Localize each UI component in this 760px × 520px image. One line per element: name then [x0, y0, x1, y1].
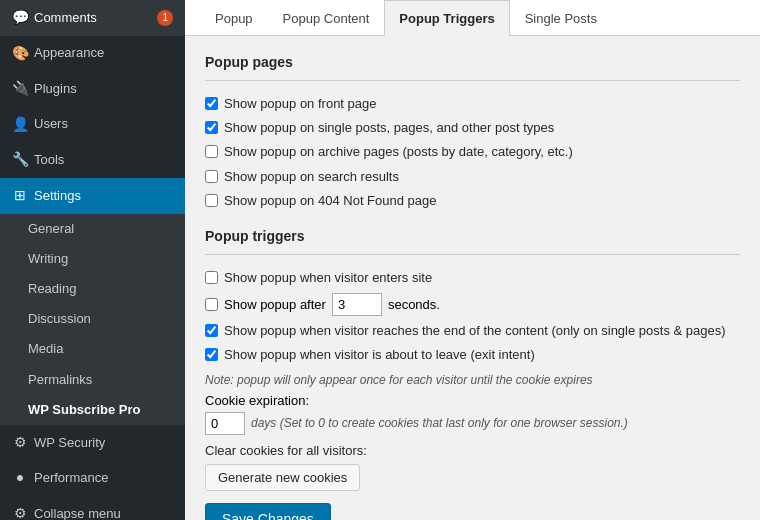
- checkbox-404-page[interactable]: [205, 194, 218, 207]
- cookie-note: Note: popup will only appear once for ea…: [205, 373, 740, 387]
- sidebar-label-users: Users: [34, 115, 68, 133]
- label-search-results[interactable]: Show popup on search results: [224, 168, 399, 186]
- popup-triggers-section: Popup triggers Show popup when visitor e…: [205, 228, 740, 520]
- checkbox-search-results[interactable]: [205, 170, 218, 183]
- submenu-label-reading: Reading: [28, 280, 76, 298]
- option-end-of-content: Show popup when visitor reaches the end …: [205, 322, 740, 340]
- popup-triggers-title: Popup triggers: [205, 228, 740, 244]
- cookie-expiration-label: Cookie expiration:: [205, 393, 309, 408]
- clear-cookies-label: Clear cookies for all visitors:: [205, 443, 740, 458]
- label-end-of-content[interactable]: Show popup when visitor reaches the end …: [224, 322, 726, 340]
- popup-pages-section: Popup pages Show popup on front page Sho…: [205, 54, 740, 210]
- tab-content: Popup pages Show popup on front page Sho…: [185, 36, 760, 520]
- submenu-label-general: General: [28, 220, 74, 238]
- sidebar-item-settings[interactable]: ⊞ Settings: [0, 178, 185, 214]
- option-404-page: Show popup on 404 Not Found page: [205, 192, 740, 210]
- sidebar-item-general[interactable]: General: [0, 214, 185, 244]
- sidebar-item-collapse[interactable]: ⚙ Collapse menu: [0, 496, 185, 520]
- save-changes-button[interactable]: Save Changes: [205, 503, 331, 521]
- sidebar-item-appearance[interactable]: 🎨 Appearance: [0, 36, 185, 72]
- cookie-value-input[interactable]: [205, 412, 245, 435]
- tabs-bar: Popup Popup Content Popup Triggers Singl…: [185, 0, 760, 36]
- sidebar-label-comments: Comments: [34, 9, 97, 27]
- sidebar-item-media[interactable]: Media: [0, 334, 185, 364]
- checkbox-archive-pages[interactable]: [205, 145, 218, 158]
- settings-submenu: General Writing Reading Discussion Media…: [0, 214, 185, 425]
- sidebar-label-collapse: Collapse menu: [34, 505, 121, 520]
- sidebar-item-tools[interactable]: 🔧 Tools: [0, 142, 185, 178]
- sidebar-item-plugins[interactable]: 🔌 Plugins: [0, 71, 185, 107]
- checkbox-visitor-enters[interactable]: [205, 271, 218, 284]
- tab-popup-triggers[interactable]: Popup Triggers: [384, 0, 509, 36]
- submenu-label-writing: Writing: [28, 250, 68, 268]
- popup-pages-title: Popup pages: [205, 54, 740, 70]
- submenu-label-permalinks: Permalinks: [28, 371, 92, 389]
- settings-icon: ⊞: [12, 186, 28, 206]
- plugins-icon: 🔌: [12, 79, 28, 99]
- sidebar-label-performance: Performance: [34, 469, 108, 487]
- checkbox-exit-intent[interactable]: [205, 348, 218, 361]
- option-front-page: Show popup on front page: [205, 95, 740, 113]
- checkbox-popup-after[interactable]: [205, 298, 218, 311]
- main-content: Popup Popup Content Popup Triggers Singl…: [185, 0, 760, 520]
- tab-popup-content[interactable]: Popup Content: [268, 0, 385, 36]
- submenu-label-media: Media: [28, 340, 63, 358]
- option-archive-pages: Show popup on archive pages (posts by da…: [205, 143, 740, 161]
- option-search-results: Show popup on search results: [205, 168, 740, 186]
- label-single-posts[interactable]: Show popup on single posts, pages, and o…: [224, 119, 554, 137]
- tools-icon: 🔧: [12, 150, 28, 170]
- sidebar-item-performance[interactable]: ● Performance: [0, 460, 185, 496]
- tab-single-posts[interactable]: Single Posts: [510, 0, 612, 36]
- label-popup-after-after: seconds.: [388, 297, 440, 312]
- submenu-label-discussion: Discussion: [28, 310, 91, 328]
- option-popup-after: Show popup after seconds.: [205, 293, 740, 316]
- cookie-value-row: days (Set to 0 to create cookies that la…: [205, 412, 740, 435]
- sidebar-item-wp-subscribe-pro[interactable]: WP Subscribe Pro: [0, 395, 185, 425]
- comments-badge: 1: [157, 10, 173, 26]
- checkbox-end-of-content[interactable]: [205, 324, 218, 337]
- sidebar-label-settings: Settings: [34, 187, 81, 205]
- sidebar-item-discussion[interactable]: Discussion: [0, 304, 185, 334]
- label-exit-intent[interactable]: Show popup when visitor is about to leav…: [224, 346, 535, 364]
- cookie-days-note: days (Set to 0 to create cookies that la…: [251, 416, 628, 430]
- sidebar-item-comments[interactable]: 💬 Comments 1: [0, 0, 185, 36]
- option-exit-intent: Show popup when visitor is about to leav…: [205, 346, 740, 364]
- sidebar-item-users[interactable]: 👤 Users: [0, 107, 185, 143]
- sidebar: 💬 Comments 1 🎨 Appearance 🔌 Plugins 👤 Us…: [0, 0, 185, 520]
- cookie-expiration-row: Cookie expiration:: [205, 393, 740, 408]
- seconds-input[interactable]: [332, 293, 382, 316]
- sidebar-item-permalinks[interactable]: Permalinks: [0, 365, 185, 395]
- appearance-icon: 🎨: [12, 44, 28, 64]
- divider-1: [205, 80, 740, 81]
- wp-security-icon: ⚙: [12, 433, 28, 453]
- label-404-page[interactable]: Show popup on 404 Not Found page: [224, 192, 437, 210]
- divider-2: [205, 254, 740, 255]
- tab-popup[interactable]: Popup: [200, 0, 268, 36]
- collapse-icon: ⚙: [12, 504, 28, 520]
- option-single-posts: Show popup on single posts, pages, and o…: [205, 119, 740, 137]
- generate-cookies-button[interactable]: Generate new cookies: [205, 464, 360, 491]
- label-archive-pages[interactable]: Show popup on archive pages (posts by da…: [224, 143, 573, 161]
- checkbox-front-page[interactable]: [205, 97, 218, 110]
- comments-icon: 💬: [12, 8, 28, 28]
- sidebar-label-appearance: Appearance: [34, 44, 104, 62]
- sidebar-item-wp-security[interactable]: ⚙ WP Security: [0, 425, 185, 461]
- sidebar-label-tools: Tools: [34, 151, 64, 169]
- label-front-page[interactable]: Show popup on front page: [224, 95, 377, 113]
- checkbox-single-posts[interactable]: [205, 121, 218, 134]
- sidebar-label-plugins: Plugins: [34, 80, 77, 98]
- users-icon: 👤: [12, 115, 28, 135]
- sidebar-item-reading[interactable]: Reading: [0, 274, 185, 304]
- label-visitor-enters[interactable]: Show popup when visitor enters site: [224, 269, 432, 287]
- option-visitor-enters: Show popup when visitor enters site: [205, 269, 740, 287]
- submenu-label-wp-subscribe-pro: WP Subscribe Pro: [28, 401, 140, 419]
- performance-icon: ●: [12, 468, 28, 488]
- sidebar-item-writing[interactable]: Writing: [0, 244, 185, 274]
- label-popup-after-before[interactable]: Show popup after: [224, 297, 326, 312]
- sidebar-label-wp-security: WP Security: [34, 434, 105, 452]
